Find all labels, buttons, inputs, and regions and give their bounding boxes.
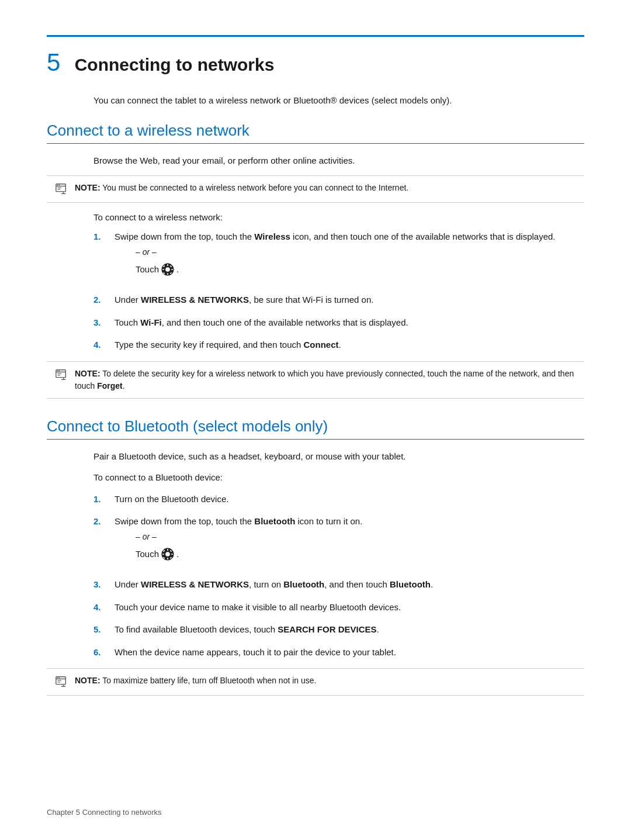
wireless-note-after-text: NOTE: To delete the security key for a w… <box>75 368 576 392</box>
note-icon-2 <box>55 368 69 382</box>
wireless-step-2: 2. Under WIRELESS & NETWORKS, be sure th… <box>93 293 584 307</box>
step-2-content: Under WIRELESS & NETWORKS, be sure that … <box>115 293 584 307</box>
bt-step-number-2: 2. <box>93 515 108 528</box>
bt-step-4-text: Touch your device name to make it visibl… <box>115 602 401 612</box>
step-4-content: Type the security key if required, and t… <box>115 338 584 352</box>
bt-step-6-content: When the device name appears, touch it t… <box>115 646 584 659</box>
svg-rect-11 <box>167 273 168 275</box>
footer-text: Chapter 5 Connecting to networks <box>47 808 162 817</box>
bt-step-number-5: 5. <box>93 623 108 637</box>
svg-rect-10 <box>167 264 168 265</box>
step-3-text: Touch Wi-Fi, and then touch one of the a… <box>115 317 408 327</box>
bluetooth-step-2: 2. Swipe down from the top, touch the Bl… <box>93 515 584 569</box>
section-wireless-title: Connect to a wireless network <box>47 122 584 144</box>
wireless-note-before-text: NOTE: You must be connected to a wireles… <box>75 182 408 194</box>
section-wireless: Connect to a wireless network Browse the… <box>47 122 584 399</box>
bluetooth-step-6: 6. When the device name appears, touch i… <box>93 646 584 659</box>
step-number-3: 3. <box>93 316 108 330</box>
bluetooth-step-5: 5. To find available Bluetooth devices, … <box>93 623 584 637</box>
wireless-step-3: 3. Touch Wi-Fi, and then touch one of th… <box>93 316 584 330</box>
svg-rect-31 <box>171 554 173 555</box>
step-2-text: Under WIRELESS & NETWORKS, be sure that … <box>115 295 373 305</box>
svg-point-27 <box>165 552 170 556</box>
svg-rect-29 <box>167 558 168 559</box>
bluetooth-step-3: 3. Under WIRELESS & NETWORKS, turn on Bl… <box>93 578 584 592</box>
wireless-step-1: 1. Swipe down from the top, touch the Wi… <box>93 230 584 284</box>
wireless-note-before: NOTE: You must be connected to a wireles… <box>47 175 584 203</box>
note-icon <box>55 182 69 196</box>
step-number-2: 2. <box>93 293 108 307</box>
step-number-1: 1. <box>93 230 108 244</box>
step-4-text: Type the security key if required, and t… <box>115 340 341 350</box>
gear-icon <box>161 263 174 276</box>
chapter-number: 5 <box>47 49 60 76</box>
bluetooth-step-1: 1. Turn on the Bluetooth device. <box>93 493 584 506</box>
bt-step-1-text: Turn on the Bluetooth device. <box>115 494 228 504</box>
bt-step-2-touch: Touch . <box>136 548 584 561</box>
bt-step-3-text: Under WIRELESS & NETWORKS, turn on Bluet… <box>115 579 433 589</box>
step-number-4: 4. <box>93 338 108 352</box>
gear-icon-2 <box>161 548 174 561</box>
wireless-step-4: 4. Type the security key if required, an… <box>93 338 584 352</box>
bt-step-5-content: To find available Bluetooth devices, tou… <box>115 623 584 637</box>
bt-step-3-content: Under WIRELESS & NETWORKS, turn on Bluet… <box>115 578 584 592</box>
chapter-title-text: Connecting to networks <box>75 55 275 74</box>
bt-step-number-3: 3. <box>93 578 108 592</box>
wireless-steps-list: 1. Swipe down from the top, touch the Wi… <box>93 230 584 352</box>
wireless-note-after: NOTE: To delete the security key for a w… <box>47 361 584 399</box>
bt-step-number-1: 1. <box>93 493 108 506</box>
bluetooth-intro1: Pair a Bluetooth device, such as a heads… <box>93 450 584 464</box>
step-3-content: Touch Wi-Fi, and then touch one of the a… <box>115 316 584 330</box>
svg-rect-12 <box>162 269 164 270</box>
svg-point-9 <box>165 267 170 272</box>
section-bluetooth-title: Connect to Bluetooth (select models only… <box>47 417 584 440</box>
bt-step-2-or: – or – <box>136 531 584 543</box>
bluetooth-intro2: To connect to a Bluetooth device: <box>93 471 584 485</box>
bt-step-1-content: Turn on the Bluetooth device. <box>115 493 584 506</box>
bluetooth-note-after-text: NOTE: To maximize battery life, turn off… <box>75 675 316 687</box>
svg-rect-13 <box>171 269 173 270</box>
bluetooth-step-4: 4. Touch your device name to make it vis… <box>93 601 584 614</box>
section-bluetooth: Connect to Bluetooth (select models only… <box>47 417 584 696</box>
bt-step-2-content: Swipe down from the top, touch the Bluet… <box>115 515 584 569</box>
bt-step-4-content: Touch your device name to make it visibl… <box>115 601 584 614</box>
step-1-text: Swipe down from the top, touch the Wirel… <box>115 231 556 241</box>
step-1-touch: Touch . <box>136 263 584 276</box>
wireless-steps-intro: To connect to a wireless network: <box>93 212 584 222</box>
bt-step-6-text: When the device name appears, touch it t… <box>115 647 396 657</box>
wireless-intro: Browse the Web, read your email, or perf… <box>93 154 584 168</box>
bluetooth-steps-list: 1. Turn on the Bluetooth device. 2. Swip… <box>93 493 584 659</box>
footer: Chapter 5 Connecting to networks <box>47 808 162 817</box>
chapter-title: 5 Connecting to networks <box>47 49 584 77</box>
note-icon-3 <box>55 675 69 689</box>
chapter-header: 5 Connecting to networks <box>47 35 584 77</box>
bt-step-number-6: 6. <box>93 646 108 659</box>
bluetooth-note-after: NOTE: To maximize battery life, turn off… <box>47 668 584 696</box>
step-1-content: Swipe down from the top, touch the Wirel… <box>115 230 584 284</box>
svg-rect-28 <box>167 548 168 550</box>
chapter-intro: You can connect the tablet to a wireless… <box>93 94 584 108</box>
bt-step-number-4: 4. <box>93 601 108 614</box>
bt-step-5-text: To find available Bluetooth devices, tou… <box>115 624 379 634</box>
svg-rect-30 <box>162 554 164 555</box>
step-1-or: – or – <box>136 246 584 258</box>
bt-step-2-text: Swipe down from the top, touch the Bluet… <box>115 516 362 526</box>
